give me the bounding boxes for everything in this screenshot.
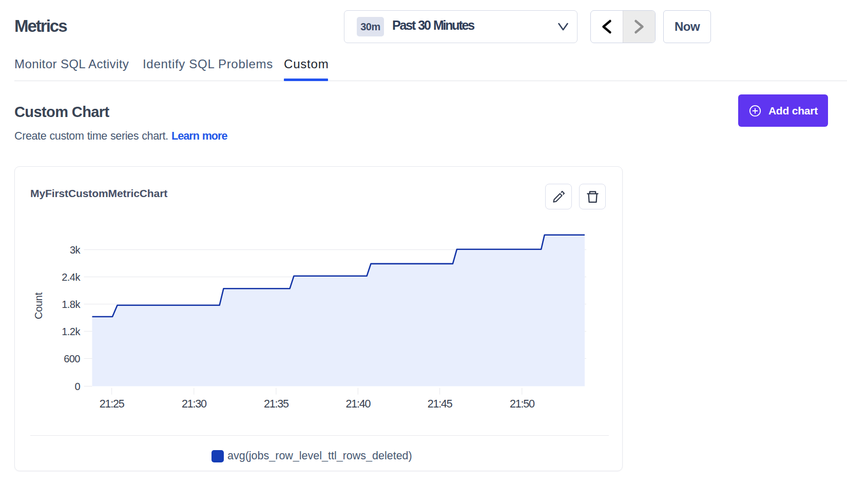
svg-text:1.2k: 1.2k	[62, 326, 81, 337]
svg-text:21:45: 21:45	[428, 398, 453, 410]
svg-text:3k: 3k	[70, 244, 81, 256]
svg-text:21:30: 21:30	[182, 398, 207, 410]
svg-text:600: 600	[64, 353, 80, 364]
svg-text:21:35: 21:35	[264, 398, 289, 410]
svg-text:21:25: 21:25	[100, 398, 125, 410]
svg-text:2.4k: 2.4k	[62, 272, 81, 283]
svg-text:21:50: 21:50	[510, 398, 535, 410]
svg-text:Count: Count	[33, 292, 44, 319]
svg-text:0: 0	[74, 381, 80, 392]
svg-text:1.8k: 1.8k	[62, 299, 81, 310]
svg-text:21:40: 21:40	[345, 398, 371, 410]
